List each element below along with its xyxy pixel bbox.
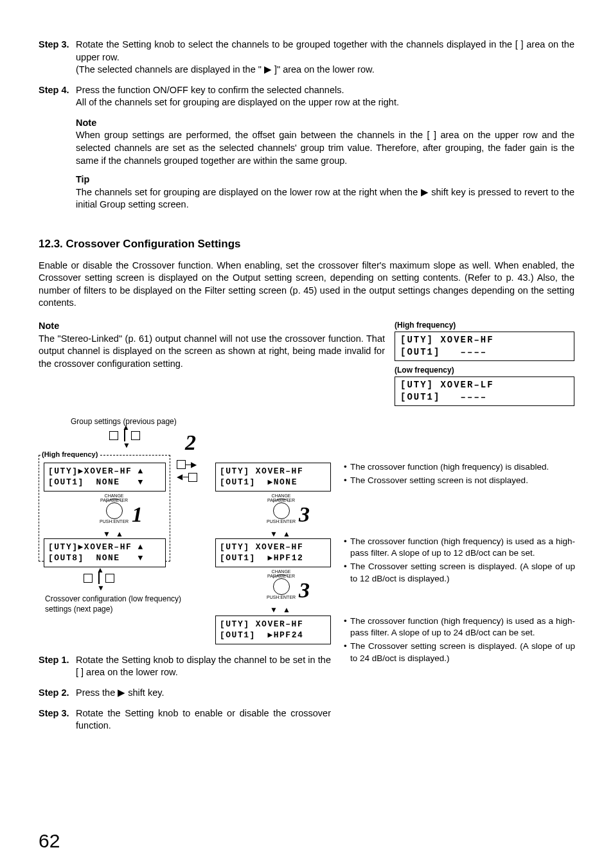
- b3b: The Crossover setting screen is displaye…: [350, 641, 575, 664]
- note-body: When group settings are performed, the o…: [76, 129, 574, 167]
- lcd-hf-l1: [UTY] XOVER–HF: [400, 335, 494, 345]
- stereo-linked-examples: (High frequency) [UTY] XOVER–HF [OUT1] –…: [395, 320, 574, 410]
- lcd-d-l2: [OUT1] ▶HPF12: [220, 553, 303, 563]
- crossover-diagram: Group settings (previous page) ▲▼ 2 ▶ ◀ …: [39, 410, 574, 828]
- lcd-c: [UTY] XOVER–HF [OUT1] ▶NONE: [215, 463, 331, 492]
- step4-top: Step 4. Press the function ON/OFF key to…: [39, 84, 574, 109]
- hf-label: (High frequency): [395, 320, 574, 330]
- lcd-c-l2: [OUT1] ▶NONE: [220, 477, 298, 487]
- knob-3a: CHANGEPARAMETER PUSH:ENTER: [267, 493, 296, 524]
- knob-3b: CHANGEPARAMETER PUSH:ENTER: [267, 569, 296, 599]
- arrow-down-icon: ▼: [270, 529, 278, 539]
- num-3a: 3: [299, 500, 310, 529]
- note-block: Note When group settings are performed, …: [76, 117, 574, 167]
- arrow-up-icon: ▲: [283, 529, 290, 539]
- step3-bot: Step 3. Rotate the Setting knob to enabl…: [39, 707, 331, 732]
- arrow-down-icon: ▼: [270, 605, 278, 615]
- knob-1: CHANGEPARAMETER PUSH:ENTER: [100, 493, 129, 524]
- step4-extra: All of the channels set for grouping are…: [76, 97, 399, 107]
- lcd-d: [UTY] XOVER–HF [OUT1] ▶HPF12: [215, 538, 331, 567]
- step3-label: Step 3.: [39, 39, 76, 76]
- lcd-hf-l2: [OUT1] ––––: [400, 347, 487, 357]
- intro-text: Enable or disable the Crossover function…: [39, 260, 574, 310]
- bullet-icon: •: [344, 616, 350, 639]
- step2-b: shift key.: [125, 687, 164, 698]
- bullets-hpf24: •The crossover function (high frequency)…: [344, 616, 575, 666]
- nav-icon: ▲▼: [109, 429, 140, 442]
- bullet-icon: •: [344, 536, 350, 559]
- step3-extra-a: (The selected channels are displayed in …: [76, 64, 264, 75]
- bullet-icon: •: [344, 475, 350, 486]
- knob-push-label: PUSH:ENTER: [267, 595, 296, 599]
- note-hdr: Note: [76, 117, 574, 130]
- tip-body: The channels set for grouping are displa…: [76, 186, 574, 211]
- bullet-icon: •: [344, 641, 350, 664]
- triangle-right-icon: ▶: [264, 64, 272, 76]
- step3-top: Step 3. Rotate the Setting knob to selec…: [39, 39, 574, 76]
- b1a: The crossover function (high frequency) …: [350, 461, 549, 473]
- page-number: 62: [39, 828, 60, 855]
- lcd-e-l2: [OUT1] ▶HPF24: [220, 630, 303, 640]
- tip-block: Tip The channels set for grouping are di…: [76, 173, 574, 211]
- step1-label: Step 1.: [39, 654, 76, 679]
- lcd-b: [UTY]▶XOVER–HF ▲ [OUT8] NONE ▼: [44, 538, 166, 567]
- lf-label: (Low frequency): [395, 365, 574, 375]
- arrow-up-icon: ▲: [283, 605, 290, 615]
- num-3b: 3: [299, 576, 310, 605]
- lcd-hf-example: [UTY] XOVER–HF [OUT1] ––––: [395, 332, 574, 361]
- lcd-d-l1: [UTY] XOVER–HF: [220, 542, 303, 552]
- knob-push-label: PUSH:ENTER: [267, 519, 296, 524]
- b2b: The Crossover setting screen is displaye…: [350, 561, 575, 584]
- step2-label: Step 2.: [39, 687, 76, 700]
- step3b-body: Rotate the Setting knob to enable or dis…: [76, 707, 331, 732]
- step3-body: Rotate the Setting knob to select the ch…: [76, 39, 574, 76]
- lcd-c-l1: [UTY] XOVER–HF: [220, 466, 303, 476]
- tip-a: The channels set for grouping are displa…: [76, 187, 421, 197]
- b1b: The Crossover setting screen is not disp…: [350, 475, 528, 486]
- triangle-right-icon: ▶: [118, 687, 125, 698]
- b2a: The crossover function (high frequency) …: [350, 536, 575, 559]
- step2-a: Press the: [76, 687, 118, 698]
- lcd-a-l2: [OUT1] NONE ▼: [48, 477, 144, 487]
- lcd-e-l1: [UTY] XOVER–HF: [220, 619, 303, 629]
- bottom-steps: Step 1. Rotate the Setting knob to displ…: [39, 654, 331, 740]
- lcd-e: [UTY] XOVER–HF [OUT1] ▶HPF24: [215, 616, 331, 644]
- bullets-none: •The crossover function (high frequency)…: [344, 461, 575, 488]
- num-2: 2: [185, 428, 196, 457]
- lcd-a: [UTY]▶XOVER–HF ▲ [OUT1] NONE ▼: [44, 463, 166, 492]
- step2-body: Press the ▶ shift key.: [76, 687, 331, 700]
- step3b-label: Step 3.: [39, 707, 76, 732]
- triangle-right-icon: ▶: [421, 187, 429, 197]
- bullet-icon: •: [344, 461, 350, 473]
- bullets-hpf12: •The crossover function (high frequency)…: [344, 536, 575, 587]
- num-1: 1: [132, 500, 143, 529]
- lcd-lf-l2: [OUT1] ––––: [400, 392, 487, 402]
- step1-body: Rotate the Setting knob to display the c…: [76, 654, 331, 679]
- step1-bot: Step 1. Rotate the Setting knob to displ…: [39, 654, 331, 679]
- lcd-lf-example: [UTY] XOVER–LF [OUT1] ––––: [395, 376, 574, 406]
- nav-icon-2: ▶ ◀: [177, 458, 197, 483]
- tip-hdr: Tip: [76, 173, 574, 186]
- lcd-b-l1: [UTY]▶XOVER–HF ▲: [48, 542, 144, 552]
- nav-icon-3: ▲▼: [84, 572, 114, 585]
- step4-text: Press the function ON/OFF key to confirm…: [76, 85, 344, 95]
- lcd-lf-l1: [UTY] XOVER–LF: [400, 380, 494, 390]
- note2-body: The "Stereo-Linked" (p. 61) output chann…: [39, 333, 386, 371]
- bullet-icon: •: [344, 561, 350, 584]
- hf-inline-label: (High frequency): [40, 450, 99, 459]
- knob-push-label: PUSH:ENTER: [100, 519, 129, 524]
- step3-extra-b: ]" area on the lower row.: [272, 64, 375, 75]
- step3-text: Rotate the Setting knob to select the ch…: [76, 39, 574, 62]
- arrow-up-icon: ▲: [116, 529, 123, 539]
- next-page-label: Crossover configuration (low frequency) …: [45, 594, 206, 614]
- lcd-b-l2: [OUT8] NONE ▼: [48, 553, 144, 563]
- step2-bot: Step 2. Press the ▶ shift key.: [39, 687, 331, 700]
- lcd-a-l1: [UTY]▶XOVER–HF ▲: [48, 466, 144, 476]
- step4-body: Press the function ON/OFF key to confirm…: [76, 84, 574, 109]
- b3a: The crossover function (high frequency) …: [350, 616, 575, 639]
- section-heading: 12.3. Crossover Configuration Settings: [39, 237, 574, 252]
- step4-label: Step 4.: [39, 84, 76, 109]
- arrow-down-icon: ▼: [103, 529, 111, 539]
